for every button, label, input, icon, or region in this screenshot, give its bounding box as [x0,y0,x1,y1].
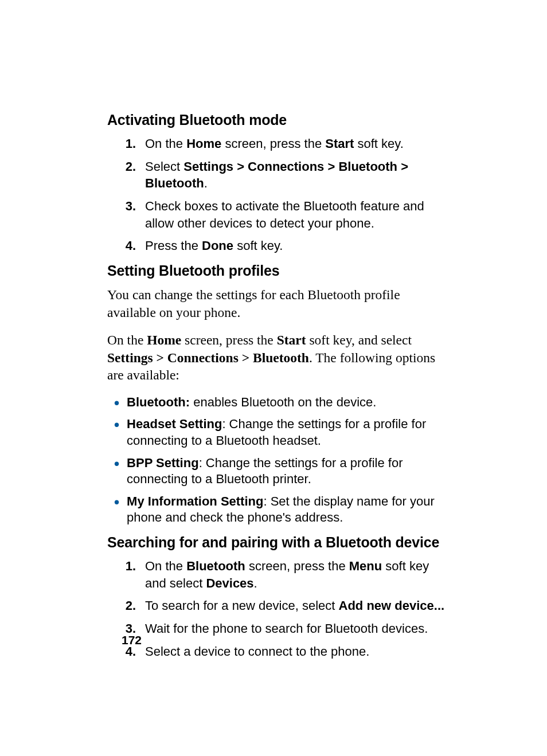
profile-options: • Bluetooth: enables Bluetooth on the de… [107,394,447,526]
bullet-icon: • [114,496,119,526]
bullet-item: • My Information Setting: Set the displa… [114,493,447,526]
step-number: 1. [123,135,136,152]
bullet-icon: • [114,419,119,449]
step-item: 3. Wait for the phone to search for Blue… [123,620,447,637]
bullet-item: • Headset Setting: Change the settings f… [114,416,447,449]
search-steps: 1. On the Bluetooth screen, press the Me… [107,558,447,660]
bullet-text: BPP Setting: Change the settings for a p… [125,455,447,488]
bullet-text: Bluetooth: enables Bluetooth on the devi… [125,394,447,411]
page-number: 172 [122,633,142,647]
step-number: 2. [123,158,136,192]
step-text: Select Settings > Connections > Bluetoot… [145,158,447,192]
profiles-nav: On the Home screen, press the Start soft… [107,331,447,384]
step-item: 2. To search for a new device, select Ad… [123,597,447,614]
bullet-text: My Information Setting: Set the display … [125,493,447,526]
step-number: 3. [123,198,136,232]
bullet-icon: • [114,397,119,411]
step-text: Check boxes to activate the Bluetooth fe… [145,198,447,232]
bullet-item: • Bluetooth: enables Bluetooth on the de… [114,394,447,411]
profiles-intro: You can change the settings for each Blu… [107,286,447,321]
step-text: Select a device to connect to the phone. [145,643,369,660]
step-text: Wait for the phone to search for Bluetoo… [145,620,428,637]
step-text: On the Home screen, press the Start soft… [145,135,404,152]
activate-steps: 1. On the Home screen, press the Start s… [107,135,447,254]
step-number: 4. [123,237,136,254]
step-item: 2. Select Settings > Connections > Bluet… [123,158,447,192]
heading-setting-profiles: Setting Bluetooth profiles [107,263,447,279]
step-text: To search for a new device, select Add n… [145,597,444,614]
step-item: 1. On the Bluetooth screen, press the Me… [123,558,447,592]
heading-activating-bluetooth: Activating Bluetooth mode [107,112,447,128]
step-item: 4. Select a device to connect to the pho… [123,643,447,660]
step-item: 3. Check boxes to activate the Bluetooth… [123,198,447,232]
step-text: Press the Done soft key. [145,237,283,254]
step-number: 1. [123,558,136,592]
step-item: 1. On the Home screen, press the Start s… [123,135,447,152]
bullet-icon: • [114,458,119,488]
step-item: 4. Press the Done soft key. [123,237,447,254]
bullet-item: • BPP Setting: Change the settings for a… [114,455,447,488]
manual-page: Activating Bluetooth mode 1. On the Home… [0,0,547,756]
step-number: 2. [123,597,136,614]
heading-searching-pairing: Searching for and pairing with a Bluetoo… [107,534,447,551]
step-text: On the Bluetooth screen, press the Menu … [145,558,447,592]
bullet-text: Headset Setting: Change the settings for… [125,416,447,449]
